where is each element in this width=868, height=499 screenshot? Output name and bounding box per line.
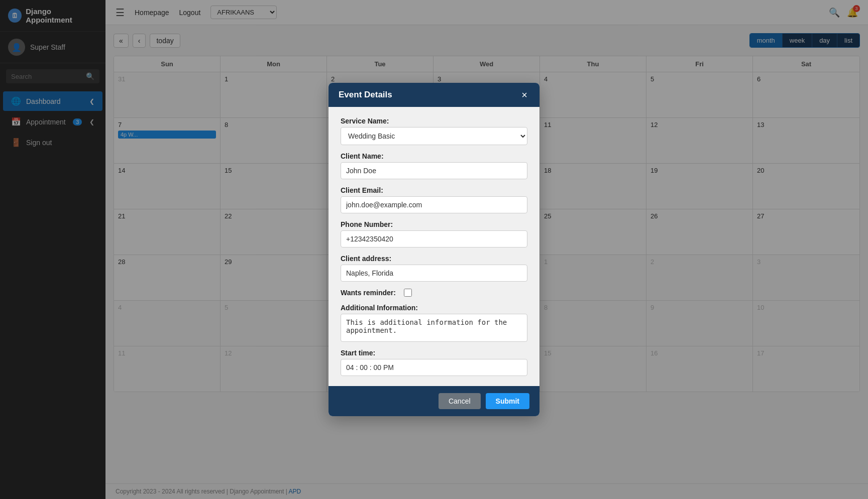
address-input[interactable] [341, 265, 527, 282]
client-email-input[interactable] [341, 196, 527, 213]
client-name-label: Client Name: [341, 152, 527, 160]
reminder-group: Wants reminder: [341, 289, 527, 297]
additional-info-group: Additional Information: This is addition… [341, 304, 527, 342]
modal-close-button[interactable]: × [519, 90, 529, 100]
address-label: Client address: [341, 255, 527, 263]
additional-info-input[interactable]: This is additional information for the a… [341, 314, 527, 342]
reminder-checkbox[interactable] [404, 289, 412, 297]
client-name-input[interactable] [341, 162, 527, 179]
start-time-group: Start time: 04 : 00 : 00 PM [341, 349, 527, 376]
service-name-label: Service Name: [341, 117, 527, 125]
reminder-label: Wants reminder: [341, 289, 396, 297]
start-time-value: 04 : 00 : 00 PM [341, 359, 527, 376]
phone-label: Phone Number: [341, 220, 527, 228]
phone-input[interactable] [341, 230, 527, 247]
service-name-group: Service Name: Wedding Basic Wedding Prem… [341, 117, 527, 145]
start-time-label: Start time: [341, 349, 527, 357]
service-name-select[interactable]: Wedding Basic Wedding Premium Birthday P… [341, 127, 527, 145]
cancel-button[interactable]: Cancel [439, 393, 481, 409]
modal-body: Service Name: Wedding Basic Wedding Prem… [329, 107, 539, 386]
additional-label: Additional Information: [341, 304, 527, 312]
phone-group: Phone Number: [341, 220, 527, 247]
client-name-group: Client Name: [341, 152, 527, 179]
submit-button[interactable]: Submit [486, 393, 529, 409]
modal-header: Event Details × [329, 83, 539, 107]
modal-title: Event Details [339, 90, 392, 100]
modal-footer: Cancel Submit [329, 386, 539, 416]
client-email-label: Client Email: [341, 186, 527, 194]
modal-overlay[interactable]: Event Details × Service Name: Wedding Ba… [0, 0, 868, 499]
address-group: Client address: [341, 255, 527, 282]
client-email-group: Client Email: [341, 186, 527, 213]
event-details-modal: Event Details × Service Name: Wedding Ba… [329, 83, 539, 416]
